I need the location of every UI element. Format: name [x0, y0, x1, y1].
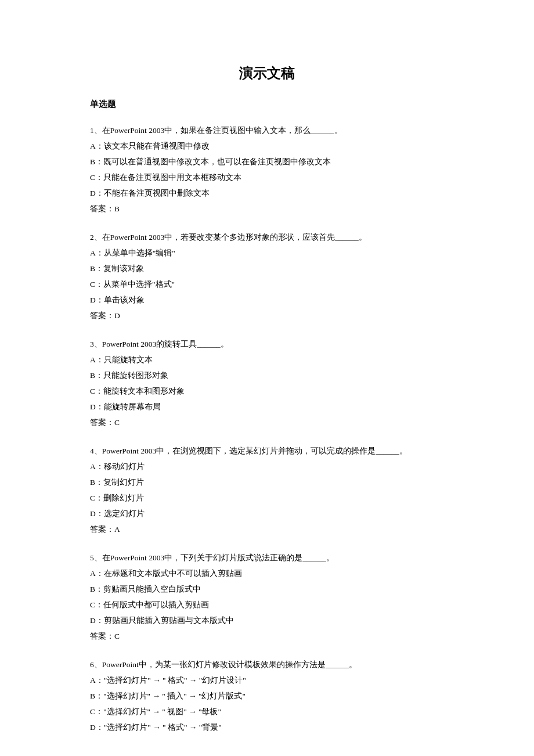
question-option: A：从菜单中选择"编辑" [90, 245, 444, 261]
question-option: D："选择幻灯片" → " 格式" → "背景" [90, 719, 444, 735]
question-option: B：剪贴画只能插入空白版式中 [90, 581, 444, 597]
question-stem: 4、PowerPoint 2003中，在浏览视图下，选定某幻灯片并拖动，可以完成… [90, 443, 444, 459]
question-option: B：复制该对象 [90, 261, 444, 276]
document-title: 演示文稿 [90, 64, 444, 82]
question-option: B：复制幻灯片 [90, 474, 444, 490]
section-header: 单选题 [90, 99, 444, 110]
question-stem: 6、PowerPoint中，为某一张幻灯片修改设计模板效果的操作方法是_____… [90, 657, 444, 672]
question-option: B：既可以在普通视图中修改文本，也可以在备注页视图中修改文本 [90, 154, 444, 170]
question-block: 1、在PowerPoint 2003中，如果在备注页视图中输入文本，那么____… [90, 123, 444, 217]
question-answer: 答案：B [90, 201, 444, 217]
question-stem: 1、在PowerPoint 2003中，如果在备注页视图中输入文本，那么____… [90, 123, 444, 138]
question-option: C：从菜单中选择"格式" [90, 276, 444, 292]
document-page: 演示文稿 单选题 1、在PowerPoint 2003中，如果在备注页视图中输入… [0, 0, 534, 756]
question-option: D：选定幻灯片 [90, 506, 444, 521]
question-stem: 5、在PowerPoint 2003中，下列关于幻灯片版式说法正确的是_____… [90, 550, 444, 566]
question-option: A：只能旋转文本 [90, 352, 444, 368]
question-block: 2、在PowerPoint 2003中，若要改变某个多边形对象的形状，应该首先_… [90, 229, 444, 323]
question-answer: 答案：C [90, 628, 444, 644]
question-block: 5、在PowerPoint 2003中，下列关于幻灯片版式说法正确的是_____… [90, 550, 444, 644]
question-option: A："选择幻灯片" → " 格式" → "幻灯片设计" [90, 672, 444, 688]
question-stem: 3、PowerPoint 2003的旋转工具______。 [90, 336, 444, 352]
question-option: D：剪贴画只能插入剪贴画与文本版式中 [90, 613, 444, 628]
question-option: C：删除幻灯片 [90, 490, 444, 506]
question-option: D：不能在备注页视图中删除文本 [90, 185, 444, 201]
question-option: A：在标题和文本版式中不可以插入剪贴画 [90, 566, 444, 581]
question-option: C："选择幻灯片" → " 视图" → "母板" [90, 704, 444, 719]
question-block: 3、PowerPoint 2003的旋转工具______。 A：只能旋转文本 B… [90, 336, 444, 430]
question-option: A：该文本只能在普通视图中修改 [90, 138, 444, 154]
question-option: D：能旋转屏幕布局 [90, 399, 444, 415]
question-option: B：只能旋转图形对象 [90, 368, 444, 383]
question-option: A：移动幻灯片 [90, 459, 444, 474]
question-option: B："选择幻灯片" → " 插入" → "幻灯片版式" [90, 688, 444, 704]
question-option: D：单击该对象 [90, 292, 444, 308]
question-stem: 2、在PowerPoint 2003中，若要改变某个多边形对象的形状，应该首先_… [90, 229, 444, 245]
question-option: C：任何版式中都可以插入剪贴画 [90, 597, 444, 613]
question-option: C：能旋转文本和图形对象 [90, 383, 444, 399]
question-answer: 答案：C [90, 415, 444, 430]
question-block: 4、PowerPoint 2003中，在浏览视图下，选定某幻灯片并拖动，可以完成… [90, 443, 444, 537]
question-option: C：只能在备注页视图中用文本框移动文本 [90, 170, 444, 185]
question-answer: 答案：D [90, 308, 444, 323]
question-answer: 答案：A [90, 521, 444, 537]
question-block: 6、PowerPoint中，为某一张幻灯片修改设计模板效果的操作方法是_____… [90, 657, 444, 735]
